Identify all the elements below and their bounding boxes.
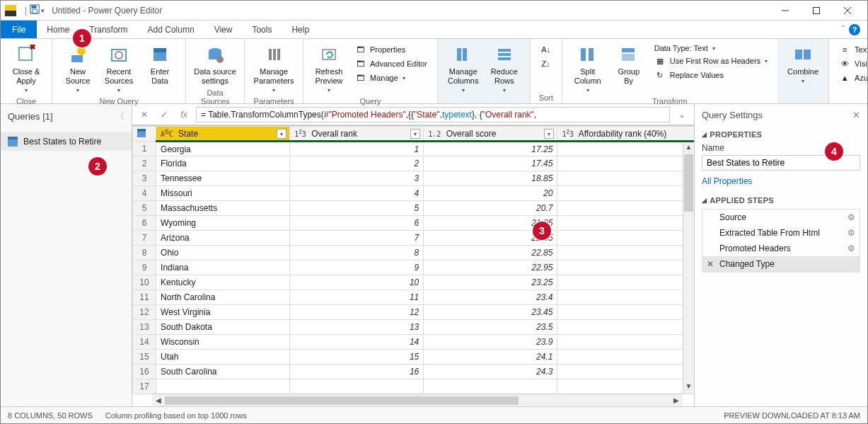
cell[interactable]: 6: [290, 216, 424, 231]
cell[interactable]: Utah: [156, 350, 290, 365]
cell[interactable]: 2: [290, 156, 424, 171]
save-icon[interactable]: [30, 4, 40, 16]
split-column-button[interactable]: Split Column▾: [568, 42, 608, 96]
table-row[interactable]: 15Utah1524.126: [133, 350, 695, 365]
cell[interactable]: 10: [290, 275, 424, 290]
query-item[interactable]: Best States to Retire: [1, 132, 132, 151]
column-header[interactable]: ABC State▾: [156, 127, 290, 142]
cell[interactable]: 5: [290, 201, 424, 216]
minimize-button[interactable]: [770, 1, 801, 21]
cell[interactable]: 14: [290, 335, 424, 350]
close-apply-button[interactable]: Close & Apply ▾: [6, 42, 46, 96]
table-row[interactable]: 4Missouri4203: [133, 186, 695, 201]
tab-tools[interactable]: Tools: [242, 21, 282, 38]
cell[interactable]: 3: [290, 171, 424, 186]
cell[interactable]: 7: [557, 260, 694, 275]
cell[interactable]: 14: [557, 156, 694, 171]
cell[interactable]: 11: [290, 290, 424, 305]
group-by-button[interactable]: Group By: [609, 42, 649, 87]
cell[interactable]: Ohio: [156, 246, 290, 260]
cell[interactable]: Georgia: [156, 142, 290, 156]
cell[interactable]: 18: [557, 320, 694, 335]
cell[interactable]: 22.95: [424, 260, 557, 275]
cell[interactable]: 17.45: [424, 156, 557, 171]
cell[interactable]: North Carolina: [156, 290, 290, 305]
sort-desc-button[interactable]: Z↓: [539, 57, 553, 70]
cell[interactable]: [156, 379, 290, 394]
cell[interactable]: 9: [290, 260, 424, 275]
text-analytics-button[interactable]: ≡Text Analytics: [838, 43, 868, 56]
vision-button[interactable]: 👁Vision: [838, 57, 868, 70]
sort-asc-button[interactable]: A↓: [539, 43, 553, 56]
cell[interactable]: 23.5: [424, 320, 557, 335]
cell[interactable]: 15: [290, 350, 424, 365]
cell[interactable]: 18.85: [424, 171, 557, 186]
enter-data-button[interactable]: Enter Data: [140, 42, 180, 87]
column-header[interactable]: 1.2 Overall score▾: [424, 127, 557, 142]
cell[interactable]: Arizona: [156, 231, 290, 246]
fx-icon[interactable]: fx: [176, 110, 192, 120]
table-row[interactable]: 11North Carolina1123.411: [133, 290, 695, 305]
cell[interactable]: 42: [557, 201, 694, 216]
gear-icon[interactable]: ⚙: [847, 243, 855, 253]
formula-input[interactable]: = Table.TransformColumnTypes(#"Promoted …: [196, 107, 670, 122]
filter-icon[interactable]: ▾: [544, 129, 554, 139]
reduce-rows-button[interactable]: Reduce Rows▾: [485, 42, 524, 96]
table-row[interactable]: 10Kentucky1023.2514: [133, 275, 695, 290]
collapse-queries-icon[interactable]: 〈: [115, 110, 125, 122]
cell[interactable]: 7: [290, 231, 424, 246]
properties-button[interactable]: 🗔Properties: [353, 43, 429, 56]
cell[interactable]: 1: [557, 171, 694, 186]
cell[interactable]: [424, 379, 557, 394]
table-row[interactable]: 7Arizona722.0516: [133, 231, 695, 246]
table-row[interactable]: 13South Dakota1323.518: [133, 320, 695, 335]
cell[interactable]: 16: [557, 231, 694, 246]
cell[interactable]: 17.25: [424, 142, 557, 156]
data-type-button[interactable]: Data Type: Text ▾: [653, 43, 769, 53]
gear-icon[interactable]: ⚙: [847, 212, 855, 222]
table-row[interactable]: 17: [133, 379, 695, 394]
cell[interactable]: 23.45: [424, 305, 557, 320]
cell[interactable]: 21: [557, 305, 694, 320]
cell[interactable]: Kentucky: [156, 275, 290, 290]
cell[interactable]: Indiana: [156, 260, 290, 275]
tab-view[interactable]: View: [204, 21, 243, 38]
cell[interactable]: 20.7: [424, 201, 557, 216]
file-tab[interactable]: File: [1, 21, 37, 38]
cell[interactable]: Tennessee: [156, 171, 290, 186]
table-row[interactable]: 2Florida217.4514: [133, 156, 695, 171]
cell[interactable]: 3: [557, 142, 694, 156]
all-properties-link[interactable]: All Properties: [702, 176, 860, 186]
recent-sources-button[interactable]: Recent Sources▾: [99, 42, 139, 96]
first-row-headers-button[interactable]: ▦Use First Row as Headers ▾: [653, 55, 769, 67]
cell[interactable]: West Virginia: [156, 305, 290, 320]
cell[interactable]: 23.9: [424, 335, 557, 350]
settings-close-icon[interactable]: ✕: [852, 110, 860, 120]
cell[interactable]: 26: [557, 350, 694, 365]
data-grid[interactable]: ABC State▾123 Overall rank▾1.2 Overall s…: [132, 125, 694, 406]
table-row[interactable]: 16South Carolina1624.39: [133, 365, 695, 379]
cell[interactable]: 16: [290, 365, 424, 379]
applied-steps-section[interactable]: ◢APPLIED STEPS: [702, 196, 860, 205]
cell[interactable]: [290, 379, 424, 394]
ribbon-collapse-icon[interactable]: ˆ: [842, 25, 845, 35]
cell[interactable]: 12: [290, 305, 424, 320]
manage-button[interactable]: 🗔Manage ▾: [353, 71, 429, 84]
data-source-settings-button[interactable]: Data source settings: [192, 42, 238, 87]
cell[interactable]: Wisconsin: [156, 335, 290, 350]
cell[interactable]: 13: [290, 320, 424, 335]
table-row[interactable]: 8Ohio822.8519: [133, 246, 695, 260]
formula-expand-icon[interactable]: ⌄: [674, 110, 690, 120]
cell[interactable]: 1: [290, 142, 424, 156]
close-button[interactable]: [832, 1, 863, 21]
qat-dropdown-icon[interactable]: ▾: [41, 7, 45, 14]
refresh-preview-button[interactable]: Refresh Preview▾: [309, 42, 349, 96]
replace-values-button[interactable]: ↻Replace Values: [653, 69, 769, 81]
table-row[interactable]: 5Massachusetts520.742: [133, 201, 695, 216]
applied-step[interactable]: Promoted Headers⚙: [702, 241, 860, 256]
cell[interactable]: 19: [557, 246, 694, 260]
formula-commit-icon[interactable]: ✓: [156, 110, 172, 120]
cell[interactable]: 23.25: [424, 275, 557, 290]
applied-step[interactable]: Extracted Table From Html⚙: [702, 225, 860, 241]
table-row[interactable]: 1Georgia117.253: [133, 142, 695, 156]
